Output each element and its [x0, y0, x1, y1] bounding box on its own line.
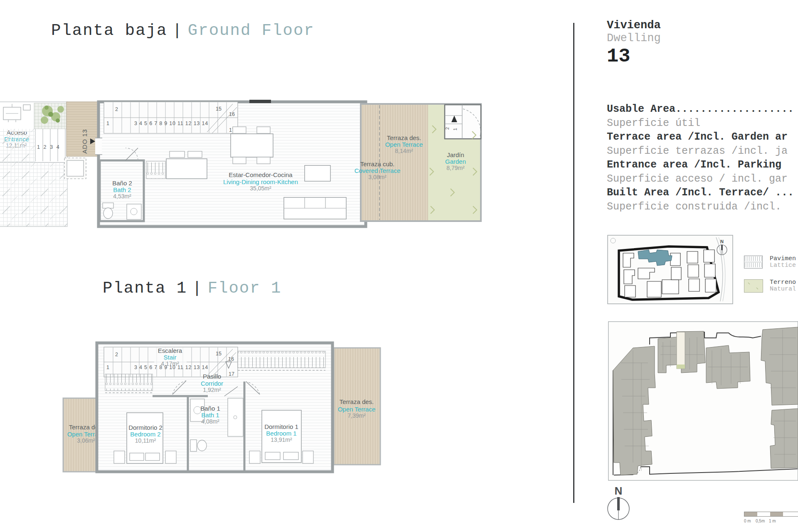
spec-line-en: Entrance area /Incl. Parking — [607, 158, 794, 172]
stair-number: 2 — [115, 352, 118, 357]
floor1-title-en: Floor 1 — [208, 279, 282, 298]
room-label-es: Escalera — [158, 347, 182, 354]
room-label-es: Dormitorio 1 — [264, 423, 298, 430]
room-label-es: Terraza des. — [387, 134, 421, 141]
room-label-en: Stair — [164, 354, 177, 361]
nightstand — [114, 451, 125, 463]
room-area: 3,08m² — [368, 174, 387, 180]
natural-ground-swatch — [744, 279, 763, 293]
ground-floor-title-en: Ground Floor — [188, 22, 315, 40]
room-label-en: Covered Terrace — [355, 167, 401, 174]
site-plan — [608, 321, 798, 481]
floor1-title: Planta 1|Floor 1 — [103, 279, 281, 298]
room-area: 13,91m² — [271, 436, 292, 443]
dwelling-number: 13 — [607, 46, 661, 67]
room-label-en: Garden — [445, 158, 466, 165]
scale-bar: 0 m 0,5m 1 m — [744, 511, 798, 526]
stair-number: 16 — [229, 111, 235, 117]
sink — [127, 204, 141, 219]
room-label-en: Living-Dining room-Kitchen — [223, 178, 298, 185]
access-corridor-label: ADO 13 — [81, 129, 88, 153]
title-separator: | — [187, 279, 207, 298]
room-area: 4,53m² — [113, 193, 131, 200]
scale-bar-graphic — [744, 511, 798, 517]
room-area: 4,17m² — [161, 360, 179, 367]
terrace-right: Terraza des. Open Terrace 7,39m² — [334, 348, 380, 465]
room-label-en: Corridor — [201, 380, 223, 387]
dwelling-label-en: Dwelling — [607, 32, 661, 45]
step-number: 1 — [453, 128, 458, 131]
room-label-en: Bath 2 — [113, 186, 131, 193]
svg-text:N: N — [720, 239, 724, 244]
ground-floor-title-es: Planta baja — [51, 22, 167, 40]
lattice-swatch — [744, 256, 763, 268]
scale-label: 1 m — [769, 519, 776, 523]
area-spec-list: Usable Area................... Superfici… — [607, 102, 794, 214]
highlighted-dwelling-unit — [677, 332, 685, 369]
toilet — [103, 203, 113, 219]
room-label-es: Estar-Comedor-Cocina — [229, 171, 293, 178]
room-label-es: Dormitorio 2 — [128, 424, 163, 431]
terrace-garden-zone: 2 1 Terraza des. Open Terrace 8,14m² Ter… — [355, 104, 481, 221]
dwelling-header: Vivienda Dwelling 13 — [607, 19, 661, 67]
spec-line-es: Superficie terrazas /incl. ja — [607, 144, 794, 158]
staircase: 2 1 3 4 5 6 7 8 9 10 11 12 13 14 15 16 1… — [104, 102, 238, 133]
dwelling-label-es: Vivienda — [607, 19, 661, 32]
nightstand — [165, 451, 176, 463]
room-area: 7,39m² — [347, 412, 366, 419]
legend-label-es: Terreno — [770, 279, 796, 286]
nightstand — [303, 451, 313, 463]
legend-natural-ground: Terreno Natural — [744, 279, 763, 294]
panel-divider — [573, 23, 574, 503]
stair-number: 15 — [216, 351, 222, 357]
stair-number: 17 — [229, 371, 234, 377]
ground-floor-plan: 1 2 3 4 Acceso Entrance 12,11m² ADO 13 — [0, 98, 499, 231]
room-label-es: Jardín — [447, 151, 464, 158]
room-area: 1,92m² — [203, 387, 221, 393]
nightstand — [249, 451, 260, 463]
compass-needle — [617, 497, 620, 510]
stair-number: 1 — [106, 365, 109, 370]
storage-box — [64, 158, 86, 179]
north-label: N — [615, 485, 623, 497]
closet — [146, 161, 165, 179]
spec-line-en: Usable Area................... — [607, 102, 794, 116]
stair-number: 2 — [115, 106, 118, 112]
north-compass: N — [603, 483, 637, 525]
spec-line-es: Superficie útil — [607, 116, 794, 131]
title-separator: | — [167, 22, 187, 40]
first-floor-plan: Terraza des. Open Terrace 3,06m² Terraza… — [0, 340, 391, 477]
site-key-map: N — [607, 235, 733, 304]
garden-label: Jardín Garden 8,79m² — [445, 151, 466, 171]
room-area: 4,08m² — [201, 418, 219, 425]
tv-cabinet — [305, 165, 330, 181]
room-label-es: Baño 2 — [112, 180, 132, 187]
brochure-sheet: Planta baja|Ground Floor Planta 1|Floor … — [0, 0, 798, 532]
spec-line-es: Superficie construida /incl. — [607, 200, 794, 214]
highlighted-dwelling-garden — [677, 365, 685, 369]
parking-stall-numbers: 1 2 3 4 — [37, 144, 60, 150]
room-area: 3,06m² — [77, 437, 95, 444]
stair-number: 15 — [216, 106, 222, 112]
legend-label-en: Lattice — [770, 262, 796, 269]
room-area: 35,05m² — [250, 185, 271, 192]
sofa — [284, 197, 346, 219]
spec-line-en: Built Area /Incl. Terrace/ ... — [607, 186, 794, 200]
access-corridor: ADO 13 — [64, 102, 99, 179]
shower — [228, 398, 243, 436]
room-label-en: Open Terrace — [385, 141, 423, 148]
party-wall — [249, 100, 271, 103]
room-label-en: Bedroom 1 — [266, 430, 296, 437]
wardrobe-bedroom1 — [238, 351, 325, 370]
legend-lattice: Pavimen Lattice — [744, 256, 763, 270]
room-label-es: Terraza cub. — [360, 160, 395, 167]
room-label-en: Open Terrace — [338, 406, 376, 413]
stair-number: 16 — [228, 356, 234, 362]
room-label-es: Pasillo — [203, 373, 221, 380]
room-label-es: Terraza des. — [340, 398, 374, 405]
entry-steps: 2 1 — [445, 105, 481, 139]
room-label-es: Baño 1 — [200, 405, 220, 412]
room-label-en: Bedroom 2 — [130, 431, 160, 438]
spec-line-es: Superficie acceso / incl. gar — [607, 172, 794, 186]
scale-label: 0,5m — [756, 519, 765, 523]
